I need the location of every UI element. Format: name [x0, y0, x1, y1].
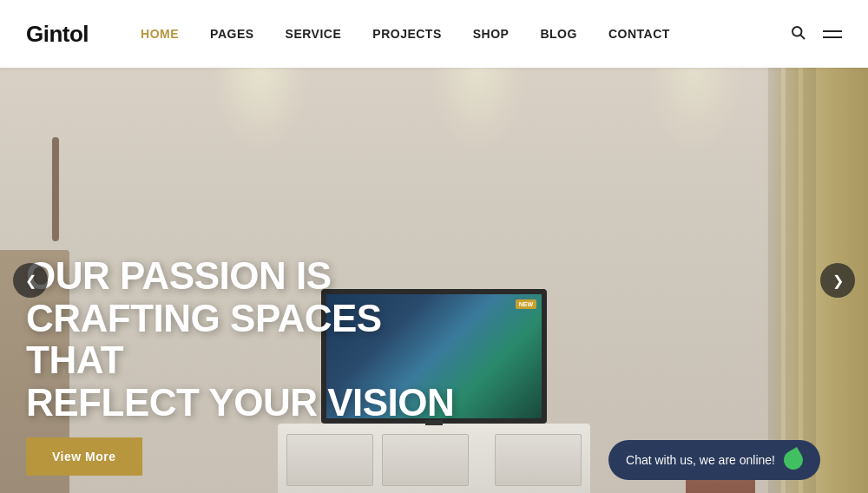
hero-background: NEW OUR PASSION IS CRAFTING SPACES THAT …	[0, 68, 868, 493]
hero-text-block: OUR PASSION IS CRAFTING SPACES THAT REFL…	[0, 238, 503, 441]
curtain-fold-2	[786, 68, 799, 493]
curtain-fold-3	[803, 68, 816, 493]
site-logo[interactable]: Gintol	[26, 21, 89, 48]
tv-unit-door-3	[495, 434, 582, 486]
tv-unit-door-1	[286, 434, 373, 486]
nav-item-blog[interactable]: BLOG	[540, 27, 576, 41]
chat-leaf-icon	[780, 447, 806, 473]
hero-heading: OUR PASSION IS CRAFTING SPACES THAT REFL…	[26, 255, 477, 424]
curtain-fold-1	[768, 68, 781, 493]
nav-item-service[interactable]: SERVICE	[286, 27, 342, 41]
svg-line-1	[800, 35, 804, 38]
hamburger-menu-icon[interactable]	[823, 30, 842, 38]
tv-unit-door-2	[382, 434, 469, 486]
view-more-button[interactable]: View More	[26, 437, 142, 476]
nav-item-contact[interactable]: CONTACT	[608, 27, 670, 41]
header: Gintol HOME PAGES SERVICE PROJECTS SHOP …	[0, 0, 868, 68]
chat-widget[interactable]: Chat with us, we are online!	[608, 440, 820, 480]
nav-item-pages[interactable]: PAGES	[210, 27, 253, 41]
chat-message: Chat with us, we are online!	[626, 453, 775, 467]
tv-badge: NEW	[516, 299, 536, 309]
nav-item-shop[interactable]: SHOP	[473, 27, 510, 41]
main-nav: HOME PAGES SERVICE PROJECTS SHOP BLOG CO…	[141, 27, 790, 41]
slider-prev-button[interactable]: ❮	[13, 263, 48, 298]
cabinet-bar	[52, 137, 59, 241]
nav-item-projects[interactable]: PROJECTS	[372, 27, 441, 41]
slider-next-button[interactable]: ❯	[820, 263, 855, 298]
hero-section: NEW OUR PASSION IS CRAFTING SPACES THAT …	[0, 68, 868, 493]
search-icon[interactable]	[790, 24, 806, 44]
header-icons	[790, 24, 842, 44]
nav-item-home[interactable]: HOME	[141, 27, 179, 41]
